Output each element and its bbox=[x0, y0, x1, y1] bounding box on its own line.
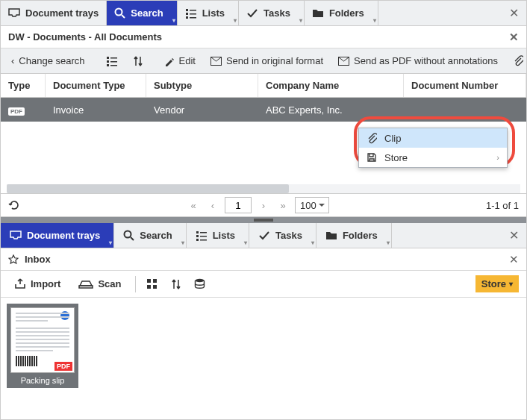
svg-rect-6 bbox=[186, 16, 188, 19]
page-input[interactable] bbox=[225, 197, 252, 213]
close-view-button[interactable]: ✕ bbox=[509, 31, 519, 44]
scanner-icon bbox=[78, 280, 93, 289]
last-page-button[interactable]: » bbox=[275, 198, 290, 213]
document-thumbnail[interactable]: PDF Packing slip bbox=[7, 304, 78, 388]
first-page-button[interactable]: « bbox=[186, 198, 201, 213]
tab-lists[interactable]: Lists ▾ bbox=[178, 1, 239, 25]
pdf-badge: PDF bbox=[8, 107, 25, 116]
view-title-row: DW - Documents - All Documents ✕ bbox=[1, 26, 526, 48]
send-original-button[interactable]: Send in original format bbox=[205, 52, 329, 69]
column-header-subtype[interactable]: Subtype bbox=[146, 74, 258, 97]
change-search-button[interactable]: ‹ Change search bbox=[5, 52, 91, 69]
import-button[interactable]: Import bbox=[8, 275, 66, 292]
svg-rect-7 bbox=[190, 17, 196, 19]
store-button[interactable]: Store ▾ bbox=[475, 275, 519, 292]
tab2-search[interactable]: Search ▾ bbox=[114, 223, 186, 248]
tab-search[interactable]: Search ▾ bbox=[107, 1, 177, 25]
search-icon bbox=[123, 230, 134, 241]
view-list-button[interactable] bbox=[100, 53, 124, 69]
label: 100 bbox=[300, 200, 316, 211]
page-size-select[interactable]: 100 bbox=[295, 197, 329, 213]
tray-icon bbox=[8, 8, 20, 19]
context-menu: Clip Store › bbox=[358, 128, 508, 168]
chevron-down-icon[interactable]: ▾ bbox=[109, 239, 112, 246]
tab-label: Search bbox=[131, 7, 163, 19]
tab2-document-trays[interactable]: Document trays ▾ bbox=[1, 223, 114, 248]
split-handle[interactable] bbox=[1, 217, 526, 223]
svg-rect-24 bbox=[79, 286, 93, 288]
close-inbox-button[interactable]: ✕ bbox=[509, 253, 519, 266]
chevron-down-icon[interactable]: ▾ bbox=[311, 239, 314, 246]
sort-button[interactable] bbox=[167, 275, 185, 293]
svg-rect-27 bbox=[147, 285, 151, 289]
chevron-down-icon: ▾ bbox=[509, 280, 513, 288]
svg-rect-5 bbox=[190, 13, 196, 15]
column-header-docnumber[interactable]: Document Number bbox=[404, 74, 526, 97]
svg-rect-2 bbox=[186, 9, 188, 11]
svg-rect-10 bbox=[107, 60, 109, 63]
grid-view-button[interactable] bbox=[143, 275, 161, 293]
chevron-right-icon: › bbox=[496, 153, 499, 162]
scan-button[interactable]: Scan bbox=[72, 275, 127, 292]
label: Send as PDF without annotations bbox=[354, 55, 498, 66]
label: Change search bbox=[19, 55, 84, 66]
refresh-button[interactable] bbox=[8, 199, 20, 211]
chevron-down-icon[interactable]: ▾ bbox=[181, 239, 184, 246]
svg-rect-4 bbox=[186, 13, 188, 15]
barcode-icon bbox=[16, 356, 38, 366]
database-button[interactable] bbox=[191, 275, 209, 293]
close-bottom-pane-button[interactable]: ✕ bbox=[501, 223, 526, 248]
inbox-label: Inbox bbox=[25, 254, 51, 265]
chevron-down-icon[interactable]: ▾ bbox=[387, 239, 390, 246]
folder-icon bbox=[312, 8, 324, 18]
close-top-pane-button[interactable]: ✕ bbox=[501, 1, 526, 25]
pdf-badge: PDF bbox=[54, 362, 72, 371]
chevron-down-icon[interactable]: ▾ bbox=[172, 17, 175, 24]
table-header: Type Document Type Subtype Company Name … bbox=[1, 74, 526, 98]
tab2-lists[interactable]: Lists ▾ bbox=[187, 223, 249, 248]
svg-rect-18 bbox=[196, 231, 199, 233]
list-icon bbox=[106, 56, 118, 66]
svg-rect-8 bbox=[107, 57, 109, 59]
edit-button[interactable]: Edit bbox=[158, 52, 202, 69]
tab-tasks[interactable]: Tasks ▾ bbox=[239, 1, 305, 25]
star-icon[interactable] bbox=[8, 254, 19, 265]
prev-page-button[interactable]: ‹ bbox=[205, 198, 220, 213]
clip-button[interactable]: Clip bbox=[507, 52, 526, 69]
svg-rect-22 bbox=[196, 239, 199, 241]
scrollbar-thumb[interactable] bbox=[7, 184, 289, 193]
column-header-company[interactable]: Company Name bbox=[258, 74, 404, 97]
thumbnail-image: PDF bbox=[10, 307, 75, 373]
tab2-folders[interactable]: Folders ▾ bbox=[316, 223, 392, 248]
horizontal-scrollbar[interactable] bbox=[7, 184, 520, 193]
tab-folders[interactable]: Folders ▾ bbox=[305, 1, 378, 25]
paperclip-icon bbox=[367, 133, 377, 144]
label: Send in original format bbox=[226, 55, 323, 66]
table-row[interactable]: PDF Invoice Vendor ABC Experts, Inc. bbox=[1, 98, 526, 122]
grip-icon bbox=[254, 219, 273, 222]
tray-icon bbox=[10, 231, 22, 241]
context-menu-clip[interactable]: Clip bbox=[359, 128, 507, 148]
svg-line-1 bbox=[122, 15, 125, 18]
label: Store bbox=[384, 152, 489, 163]
svg-point-29 bbox=[196, 278, 205, 281]
label: Document Type bbox=[53, 80, 125, 91]
chevron-down-icon[interactable]: ▾ bbox=[244, 239, 247, 246]
column-header-doctype[interactable]: Document Type bbox=[46, 74, 146, 97]
column-header-type[interactable]: Type bbox=[1, 74, 46, 97]
label: Document Number bbox=[411, 80, 498, 91]
sort-button[interactable] bbox=[127, 52, 149, 70]
tab-document-trays[interactable]: Document trays bbox=[1, 1, 107, 25]
doc-lines-icon bbox=[16, 313, 69, 354]
chevron-down-icon[interactable]: ▾ bbox=[373, 17, 376, 24]
label: Company Name bbox=[266, 80, 339, 91]
next-page-button[interactable]: › bbox=[256, 198, 271, 213]
send-pdf-button[interactable]: Send as PDF without annotations bbox=[332, 52, 504, 69]
tab2-tasks[interactable]: Tasks ▾ bbox=[249, 223, 316, 248]
chevron-down-icon[interactable]: ▾ bbox=[299, 17, 302, 24]
check-icon bbox=[246, 8, 258, 19]
svg-rect-13 bbox=[110, 65, 117, 66]
context-menu-store[interactable]: Store › bbox=[359, 148, 507, 167]
top-tabbar: Document trays Search ▾ Lists ▾ Tasks ▾ … bbox=[1, 1, 526, 26]
chevron-down-icon[interactable]: ▾ bbox=[234, 17, 237, 24]
